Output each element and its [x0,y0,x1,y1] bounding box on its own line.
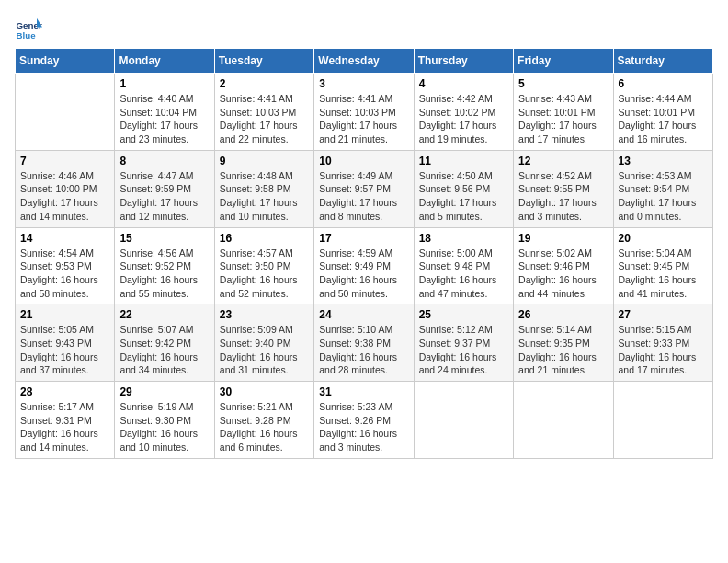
day-info: Sunrise: 5:14 AM Sunset: 9:35 PM Dayligh… [518,323,608,377]
calendar-cell [414,382,513,459]
day-number: 17 [319,232,408,245]
header-tuesday: Tuesday [214,49,313,74]
header-sunday: Sunday [16,49,115,74]
calendar-cell: 10Sunrise: 4:49 AM Sunset: 9:57 PM Dayli… [314,150,414,227]
calendar-cell [16,74,115,151]
header-wednesday: Wednesday [314,49,414,74]
day-info: Sunrise: 4:42 AM Sunset: 10:02 PM Daylig… [419,92,508,146]
day-info: Sunrise: 5:12 AM Sunset: 9:37 PM Dayligh… [419,323,508,377]
day-info: Sunrise: 4:49 AM Sunset: 9:57 PM Dayligh… [319,169,408,224]
calendar-table: SundayMondayTuesdayWednesdayThursdayFrid… [15,48,713,459]
day-number: 20 [619,232,708,245]
svg-text:Blue: Blue [17,30,37,40]
calendar-cell: 9Sunrise: 4:48 AM Sunset: 9:58 PM Daylig… [214,150,313,227]
calendar-cell: 3Sunrise: 4:41 AM Sunset: 10:03 PM Dayli… [314,74,414,151]
day-number: 28 [20,385,109,398]
calendar-cell: 5Sunrise: 4:43 AM Sunset: 10:01 PM Dayli… [514,74,613,151]
day-number: 7 [20,155,109,167]
day-info: Sunrise: 5:02 AM Sunset: 9:46 PM Dayligh… [518,247,608,301]
day-info: Sunrise: 5:17 AM Sunset: 9:31 PM Dayligh… [20,400,109,454]
calendar-cell [613,382,712,459]
calendar-cell: 28Sunrise: 5:17 AM Sunset: 9:31 PM Dayli… [16,382,115,459]
day-number: 13 [619,155,708,167]
day-info: Sunrise: 4:41 AM Sunset: 10:03 PM Daylig… [319,92,408,146]
calendar-cell: 7Sunrise: 4:46 AM Sunset: 10:00 PM Dayli… [16,150,115,227]
calendar-week-row: 1Sunrise: 4:40 AM Sunset: 10:04 PM Dayli… [16,74,713,151]
calendar-cell: 1Sunrise: 4:40 AM Sunset: 10:04 PM Dayli… [115,74,214,151]
day-info: Sunrise: 5:04 AM Sunset: 9:45 PM Dayligh… [619,247,708,301]
day-info: Sunrise: 4:43 AM Sunset: 10:01 PM Daylig… [518,92,608,146]
calendar-cell: 14Sunrise: 4:54 AM Sunset: 9:53 PM Dayli… [16,227,115,304]
day-info: Sunrise: 4:41 AM Sunset: 10:03 PM Daylig… [220,92,309,146]
day-number: 21 [20,308,109,321]
calendar-week-row: 7Sunrise: 4:46 AM Sunset: 10:00 PM Dayli… [16,150,713,227]
logo: General Blue [15,15,48,42]
day-number: 3 [319,77,408,90]
day-info: Sunrise: 5:19 AM Sunset: 9:30 PM Dayligh… [119,400,209,454]
day-info: Sunrise: 5:07 AM Sunset: 9:42 PM Dayligh… [119,323,209,377]
day-info: Sunrise: 4:44 AM Sunset: 10:01 PM Daylig… [619,92,708,146]
day-number: 30 [220,385,309,398]
day-info: Sunrise: 4:48 AM Sunset: 9:58 PM Dayligh… [220,169,309,224]
day-info: Sunrise: 4:56 AM Sunset: 9:52 PM Dayligh… [119,247,209,301]
calendar-cell: 21Sunrise: 5:05 AM Sunset: 9:43 PM Dayli… [16,304,115,382]
calendar-cell: 13Sunrise: 4:53 AM Sunset: 9:54 PM Dayli… [613,150,712,227]
day-number: 8 [119,155,209,167]
day-number: 23 [220,308,309,321]
day-info: Sunrise: 4:53 AM Sunset: 9:54 PM Dayligh… [619,169,708,224]
day-number: 22 [119,308,209,321]
calendar-week-row: 21Sunrise: 5:05 AM Sunset: 9:43 PM Dayli… [16,304,713,382]
day-info: Sunrise: 5:10 AM Sunset: 9:38 PM Dayligh… [319,323,408,377]
day-number: 25 [419,308,508,321]
day-info: Sunrise: 4:57 AM Sunset: 9:50 PM Dayligh… [220,247,309,301]
calendar-cell: 6Sunrise: 4:44 AM Sunset: 10:01 PM Dayli… [613,74,712,151]
day-number: 18 [419,232,508,245]
day-number: 2 [220,77,309,90]
calendar-week-row: 14Sunrise: 4:54 AM Sunset: 9:53 PM Dayli… [16,227,713,304]
day-info: Sunrise: 5:05 AM Sunset: 9:43 PM Dayligh… [20,323,109,377]
day-number: 1 [119,77,209,90]
calendar-cell: 29Sunrise: 5:19 AM Sunset: 9:30 PM Dayli… [115,382,214,459]
day-number: 26 [518,308,608,321]
day-number: 14 [20,232,109,245]
day-info: Sunrise: 5:21 AM Sunset: 9:28 PM Dayligh… [220,400,309,454]
day-info: Sunrise: 4:46 AM Sunset: 10:00 PM Daylig… [20,169,109,224]
calendar-cell: 8Sunrise: 4:47 AM Sunset: 9:59 PM Daylig… [115,150,214,227]
calendar-cell: 26Sunrise: 5:14 AM Sunset: 9:35 PM Dayli… [514,304,613,382]
day-info: Sunrise: 5:00 AM Sunset: 9:48 PM Dayligh… [419,247,508,301]
header-saturday: Saturday [613,49,712,74]
calendar-cell [514,382,613,459]
day-info: Sunrise: 4:52 AM Sunset: 9:55 PM Dayligh… [518,169,608,224]
calendar-cell: 20Sunrise: 5:04 AM Sunset: 9:45 PM Dayli… [613,227,712,304]
day-number: 24 [319,308,408,321]
day-info: Sunrise: 5:23 AM Sunset: 9:26 PM Dayligh… [319,400,408,454]
calendar-cell: 15Sunrise: 4:56 AM Sunset: 9:52 PM Dayli… [115,227,214,304]
calendar-week-row: 28Sunrise: 5:17 AM Sunset: 9:31 PM Dayli… [16,382,713,459]
day-number: 9 [220,155,309,167]
calendar-cell: 17Sunrise: 4:59 AM Sunset: 9:49 PM Dayli… [314,227,414,304]
day-info: Sunrise: 5:09 AM Sunset: 9:40 PM Dayligh… [220,323,309,377]
calendar-header-row: SundayMondayTuesdayWednesdayThursdayFrid… [16,49,713,74]
header-friday: Friday [514,49,613,74]
logo-icon: General Blue [15,15,42,42]
calendar-cell: 12Sunrise: 4:52 AM Sunset: 9:55 PM Dayli… [514,150,613,227]
calendar-cell: 25Sunrise: 5:12 AM Sunset: 9:37 PM Dayli… [414,304,513,382]
calendar-cell: 22Sunrise: 5:07 AM Sunset: 9:42 PM Dayli… [115,304,214,382]
day-number: 31 [319,385,408,398]
calendar-cell: 23Sunrise: 5:09 AM Sunset: 9:40 PM Dayli… [214,304,313,382]
calendar-cell: 18Sunrise: 5:00 AM Sunset: 9:48 PM Dayli… [414,227,513,304]
day-info: Sunrise: 4:40 AM Sunset: 10:04 PM Daylig… [119,92,209,146]
day-number: 11 [419,155,508,167]
day-number: 16 [220,232,309,245]
day-number: 12 [518,155,608,167]
calendar-cell: 19Sunrise: 5:02 AM Sunset: 9:46 PM Dayli… [514,227,613,304]
day-number: 4 [419,77,508,90]
day-number: 27 [619,308,708,321]
header-monday: Monday [115,49,214,74]
calendar-cell: 30Sunrise: 5:21 AM Sunset: 9:28 PM Dayli… [214,382,313,459]
day-info: Sunrise: 4:47 AM Sunset: 9:59 PM Dayligh… [119,169,209,224]
day-info: Sunrise: 4:59 AM Sunset: 9:49 PM Dayligh… [319,247,408,301]
day-number: 5 [518,77,608,90]
day-info: Sunrise: 5:15 AM Sunset: 9:33 PM Dayligh… [619,323,708,377]
day-number: 19 [518,232,608,245]
